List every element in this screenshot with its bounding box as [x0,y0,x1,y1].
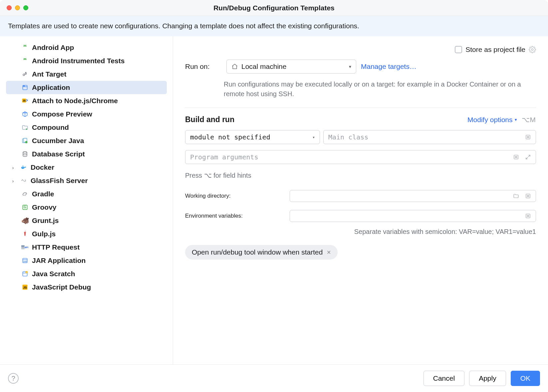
cancel-button[interactable]: Cancel [423,371,464,386]
expand-icon[interactable] [525,154,531,160]
gradle-icon [21,190,29,198]
program-arguments-placeholder: Program arguments [190,153,258,161]
chevron-down-icon: ▾ [349,64,351,69]
svg-point-0 [24,45,25,46]
folder-icon[interactable] [513,193,519,199]
sidebar-item-compose-preview[interactable]: Compose Preview [0,107,173,121]
sidebar-item-label: Docker [31,163,54,171]
sidebar-item-javascript-debug[interactable]: JSJavaScript Debug [0,281,173,294]
help-button[interactable]: ? [8,373,19,384]
list-icon[interactable] [525,134,531,140]
remove-option-icon[interactable]: ✕ [327,249,331,256]
main-class-input[interactable]: Main class [323,130,536,144]
svg-line-12 [26,72,27,73]
sidebar-item-gulp-js[interactable]: Gulp.js [0,227,173,241]
compose-icon [21,110,29,118]
svg-point-8 [23,74,25,76]
working-directory-input[interactable] [290,190,536,202]
apply-button[interactable]: Apply [469,371,506,386]
svg-point-1 [26,45,26,46]
svg-point-22 [25,141,28,143]
sidebar-item-ant-target[interactable]: Ant Target [0,68,173,81]
sidebar-item-java-scratch[interactable]: Java Scratch [0,267,173,281]
zoom-window-button[interactable] [23,5,28,10]
svg-line-10 [25,74,25,75]
store-as-project-file-checkbox[interactable] [455,46,462,53]
list-icon[interactable] [525,213,531,219]
svg-text:JS: JS [23,99,26,102]
list-icon[interactable] [525,193,531,199]
db-icon [21,150,29,158]
store-as-project-file-label: Store as project file [465,46,525,54]
sidebar-item-docker[interactable]: ›Docker [0,161,173,174]
svg-line-6 [24,58,24,59]
minimize-window-button[interactable] [15,5,20,10]
js-attach-icon: JS [21,97,29,104]
sidebar-item-groovy[interactable]: GGroovy [0,201,173,214]
sidebar-item-label: Ant Target [32,70,66,78]
sidebar-item-label: Attach to Node.js/Chrome [32,97,118,105]
close-window-button[interactable] [7,5,12,10]
svg-line-7 [26,58,27,59]
sidebar-item-label: Grunt.js [32,217,59,225]
list-icon[interactable] [513,154,519,160]
run-on-value: Local machine [241,63,286,71]
program-arguments-input[interactable]: Program arguments [185,150,536,164]
module-select[interactable]: module not specified ▾ [185,130,320,144]
cucumber-icon [21,137,29,144]
modify-options-label: Modify options [467,116,512,124]
env-vars-input[interactable] [290,210,536,222]
house-icon [231,63,238,70]
ok-button[interactable]: OK [511,371,540,386]
modify-options-link[interactable]: Modify options ▾ [467,116,517,124]
ant-icon [21,71,29,78]
sidebar-item-android-instrumented-tests[interactable]: Android Instrumented Tests [0,54,173,68]
sidebar-item-label: Cucumber Java [32,137,84,145]
svg-rect-25 [23,167,24,168]
svg-rect-33 [21,247,25,249]
android-icon [21,44,29,51]
manage-targets-link[interactable]: Manage targets… [361,63,416,71]
gear-icon[interactable] [529,46,536,53]
sidebar-item-compound[interactable]: Compound [0,121,173,134]
field-hints: Press ⌥ for field hints [185,171,536,179]
sidebar-item-label: Groovy [32,203,57,211]
sidebar-item-label: Database Script [32,150,85,158]
sidebar-item-cucumber-java[interactable]: Cucumber Java [0,134,173,147]
svg-point-43 [531,49,533,51]
sidebar-item-label: Compose Preview [32,110,92,118]
sidebar-item-label: JAR Application [32,257,86,265]
titlebar: Run/Debug Configuration Templates [0,0,548,16]
env-vars-hint: Separate variables with semicolon: VAR=v… [290,228,536,236]
env-vars-label: Environment variables: [185,213,285,219]
grunt-icon: 🐗 [21,217,29,224]
sidebar-item-glassfish-server[interactable]: ›GlassFish Server [0,174,173,187]
sidebar-item-gradle[interactable]: Gradle [0,187,173,201]
option-pill-label: Open run/debug tool window when started [192,248,323,256]
sidebar-item-http-request[interactable]: APIHTTP Request [0,241,173,254]
templates-sidebar[interactable]: Android AppAndroid Instrumented TestsAnt… [0,36,173,364]
svg-point-23 [23,152,27,153]
svg-point-16 [24,86,25,86]
sidebar-item-database-script[interactable]: Database Script [0,147,173,161]
sidebar-item-application[interactable]: Application [6,81,167,94]
sidebar-item-label: Java Scratch [32,270,75,278]
sidebar-item-android-app[interactable]: Android App [0,41,173,54]
option-pill-open-tool-window[interactable]: Open run/debug tool window when started … [185,245,338,260]
svg-text:JS: JS [23,286,27,289]
sidebar-item-label: Application [32,84,70,92]
module-value: module not specified [190,133,270,141]
sidebar-item-grunt-js[interactable]: 🐗Grunt.js [0,214,173,227]
chevron-right-icon: › [9,178,17,184]
run-on-hint: Run configurations may be executed local… [185,80,536,99]
svg-text:G: G [24,205,26,209]
svg-rect-24 [21,167,22,168]
sidebar-item-jar-application[interactable]: JARJAR Application [0,254,173,267]
sidebar-item-attach-to-node-js-chrome[interactable]: JSAttach to Node.js/Chrome [0,94,173,107]
gulp-icon [21,230,29,238]
svg-point-15 [23,86,24,86]
build-and-run-title: Build and run [185,115,234,124]
svg-rect-27 [23,166,24,167]
svg-line-31 [25,231,26,232]
run-on-select[interactable]: Local machine ▾ [226,60,356,74]
